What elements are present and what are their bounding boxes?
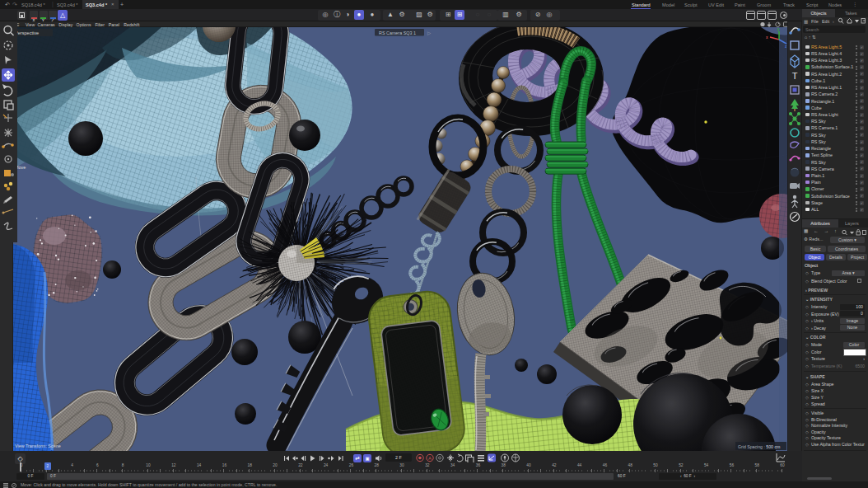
svg-text:T: T: [792, 71, 798, 81]
svg-text:RS Camera SQ3 1: RS Camera SQ3 1: [379, 30, 416, 35]
svg-text:Grid Spacing : 500 cm: Grid Spacing : 500 cm: [738, 444, 780, 449]
svg-text:View Transform: Scene: View Transform: Scene: [15, 443, 61, 448]
svg-text:Perspective: Perspective: [15, 30, 39, 35]
svg-text:A: A: [428, 456, 432, 461]
